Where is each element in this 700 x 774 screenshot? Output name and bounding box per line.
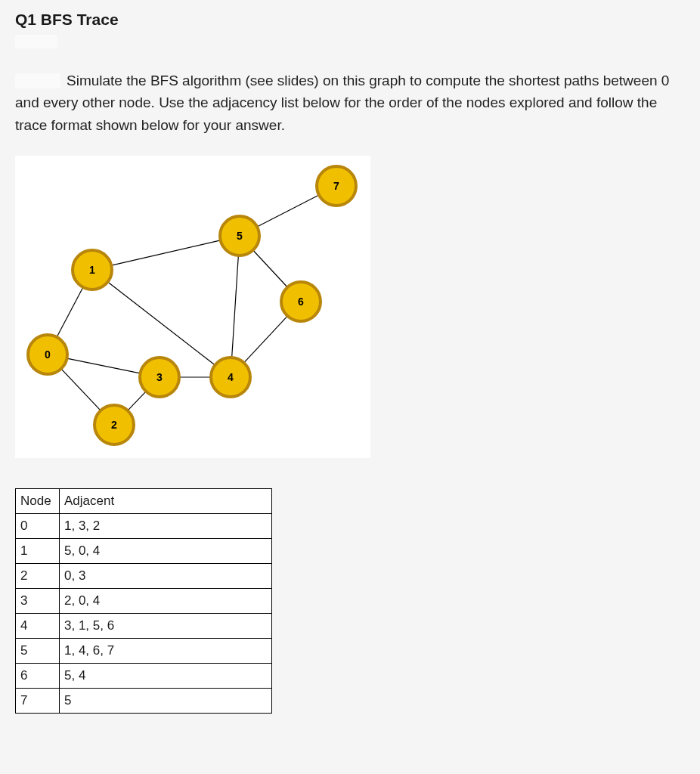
node-label-6: 6 (298, 296, 304, 308)
table-row: 75 (16, 689, 272, 714)
edge-0-3 (67, 358, 140, 373)
cell-node: 6 (16, 664, 60, 689)
cell-node: 5 (16, 639, 60, 664)
table-row: 43, 1, 5, 6 (16, 614, 272, 639)
cell-adjacent: 5, 0, 4 (60, 539, 272, 564)
edge-1-5 (111, 240, 220, 265)
node-label-0: 0 (45, 348, 51, 361)
edge-2-3 (128, 392, 146, 410)
question-prompt: Simulate the BFS algorithm (see slides) … (15, 70, 685, 136)
redacted-points (15, 35, 57, 48)
cell-node: 3 (16, 589, 60, 614)
edge-1-4 (108, 282, 215, 365)
node-label-4: 4 (228, 371, 234, 383)
prompt-text: Simulate the BFS algorithm (see slides) … (15, 73, 669, 133)
table-row: 51, 4, 6, 7 (16, 639, 272, 664)
cell-adjacent: 5, 4 (60, 664, 272, 689)
graph-svg: 01234567 (15, 156, 370, 458)
edge-4-5 (232, 255, 239, 358)
table-row: 65, 4 (16, 664, 272, 689)
node-label-3: 3 (156, 371, 163, 383)
graph-figure: 01234567 (15, 156, 370, 458)
cell-adjacent: 1, 4, 6, 7 (60, 639, 272, 664)
edge-0-1 (57, 287, 83, 337)
cell-adjacent: 2, 0, 4 (60, 589, 272, 614)
node-label-2: 2 (111, 419, 117, 431)
adjacency-table: Node Adjacent 01, 3, 215, 0, 420, 332, 0… (15, 488, 272, 714)
table-row: 15, 0, 4 (16, 539, 272, 564)
graph-nodes: 01234567 (28, 166, 356, 444)
edge-0-2 (61, 369, 101, 410)
cell-node: 0 (16, 514, 60, 539)
node-label-7: 7 (333, 180, 339, 192)
table-row: 01, 3, 2 (16, 514, 272, 539)
cell-node: 4 (16, 614, 60, 639)
cell-adjacent: 0, 3 (60, 564, 272, 589)
edge-5-6 (253, 250, 288, 287)
th-adjacent: Adjacent (60, 489, 272, 514)
cell-node: 7 (16, 689, 60, 714)
edge-4-6 (244, 316, 288, 363)
cell-adjacent: 1, 3, 2 (60, 514, 272, 539)
table-row: 20, 3 (16, 564, 272, 589)
cell-adjacent: 5 (60, 689, 272, 714)
graph-edges (57, 195, 319, 410)
cell-adjacent: 3, 1, 5, 6 (60, 614, 272, 639)
th-node: Node (16, 489, 60, 514)
edge-5-7 (257, 195, 319, 227)
redacted-prefix (15, 73, 60, 88)
table-row: 32, 0, 4 (16, 589, 272, 614)
node-label-5: 5 (237, 230, 243, 242)
question-title: Q1 BFS Trace (15, 11, 685, 29)
cell-node: 2 (16, 564, 60, 589)
node-label-1: 1 (89, 264, 95, 276)
table-header: Node Adjacent (16, 489, 272, 514)
cell-node: 1 (16, 539, 60, 564)
